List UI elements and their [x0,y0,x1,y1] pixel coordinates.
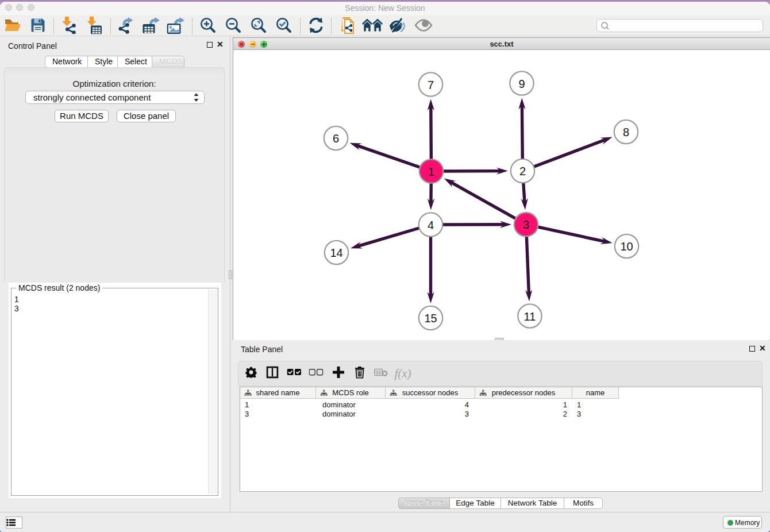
svg-text:4: 4 [428,219,434,232]
svg-text:7: 7 [428,79,434,91]
svg-text:15: 15 [424,312,437,325]
svg-text:10: 10 [620,240,633,253]
svg-text:8: 8 [623,126,629,138]
svg-text:2: 2 [519,165,526,178]
svg-text:11: 11 [524,310,536,323]
svg-text:1: 1 [428,165,434,178]
svg-text:9: 9 [518,78,525,90]
svg-text:6: 6 [333,132,339,145]
svg-text:3: 3 [523,218,529,231]
svg-text:14: 14 [330,246,342,259]
